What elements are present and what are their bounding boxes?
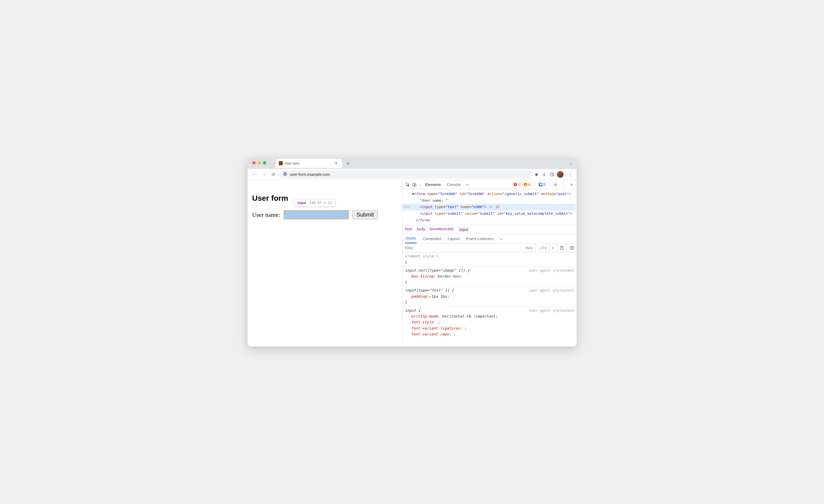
toggle-sidebar-icon[interactable]	[567, 243, 577, 252]
profile-avatar[interactable]	[557, 171, 563, 178]
rule-element-style[interactable]: element.style { }	[402, 252, 577, 266]
svg-point-6	[555, 184, 556, 185]
back-button[interactable]: ←	[250, 170, 259, 179]
address-bar[interactable]: user-form.example.com	[279, 170, 532, 179]
styles-subtabs: Styles Computed Layout Event Listeners »	[402, 234, 577, 243]
subtab-event-listeners[interactable]: Event Listeners	[466, 234, 494, 243]
crumb-input[interactable]: input	[458, 227, 470, 232]
inspect-element-icon[interactable]	[405, 182, 410, 187]
dom-form-close[interactable]: </form>	[402, 217, 576, 224]
inspect-tooltip: input 146.67 × 21	[294, 199, 336, 207]
tabstrip: User form ✕ ＋	[276, 158, 352, 169]
styles-filter-input[interactable]	[402, 243, 522, 252]
tooltip-tag: input	[298, 201, 306, 205]
minimize-window-icon[interactable]	[258, 161, 261, 165]
devtools-menu-icon[interactable]: ⋮	[559, 182, 568, 188]
dom-input-selected[interactable]: •••<input type="text" name="n300"> == $0	[402, 204, 576, 210]
toolbar: ← → ⟳ user-form.example.com ⋮	[247, 169, 577, 180]
cls-toggle[interactable]: .cls	[535, 243, 549, 252]
devtools-header: Elements Console » ✕1 ▲4 💬2 ⋮ ✕	[402, 180, 577, 189]
username-label: User name:	[252, 211, 280, 218]
content-area: User form input 146.67 × 21 User name: S…	[247, 180, 577, 346]
subtab-more[interactable]: »	[500, 234, 503, 243]
window-controls	[252, 161, 266, 165]
computed-styles-icon[interactable]	[557, 243, 567, 252]
subtab-computed[interactable]: Computed	[422, 234, 442, 243]
styles-toolbar: :hov .cls +	[402, 243, 577, 252]
browser-window: User form ✕ ＋ ⌄ ← → ⟳ user-form.example.…	[247, 158, 577, 346]
reload-button[interactable]: ⟳	[270, 170, 278, 179]
maximize-window-icon[interactable]	[263, 161, 266, 165]
rule-input-text[interactable]: input[type="text" i] {user agent stylesh…	[402, 286, 577, 307]
devtools-close-icon[interactable]: ✕	[569, 182, 574, 187]
svg-rect-1	[550, 173, 553, 176]
dom-text-node[interactable]: "User name: "	[402, 197, 576, 204]
rendered-page: User form input 146.67 × 21 User name: S…	[247, 180, 402, 346]
crumb-body[interactable]: body	[417, 227, 425, 232]
extensions-icon[interactable]	[534, 172, 539, 177]
titlebar: User form ✕ ＋ ⌄	[247, 158, 577, 169]
warning-badge[interactable]: ▲4	[523, 182, 531, 187]
hov-toggle[interactable]: :hov	[522, 243, 535, 252]
new-rule-button[interactable]: +	[549, 243, 557, 252]
sidepanel-icon[interactable]	[549, 172, 554, 177]
crumb-html[interactable]: html	[405, 227, 412, 232]
tab-console[interactable]: Console	[444, 181, 462, 188]
tab-title: User form	[285, 162, 331, 165]
new-tab-button[interactable]: ＋	[344, 160, 352, 167]
tabs-dropdown-icon[interactable]: ⌄	[570, 161, 573, 165]
rule-input[interactable]: input {user agent stylesheet writing-mod…	[402, 307, 577, 338]
issues-badge[interactable]: 💬2	[538, 182, 546, 187]
rule-input-not-image[interactable]: input:not([type="image" i]) {user agent …	[402, 267, 577, 287]
svg-rect-8	[570, 246, 573, 249]
device-toolbar-icon[interactable]	[412, 182, 417, 187]
devtools-settings-icon[interactable]	[553, 182, 558, 187]
devtools-panel: Elements Console » ✕1 ▲4 💬2 ⋮ ✕ ▼<form n…	[402, 180, 577, 346]
subtab-styles[interactable]: Styles	[405, 234, 417, 243]
crumb-form[interactable]: form#form300	[430, 227, 453, 232]
username-input[interactable]	[284, 210, 349, 219]
submit-button[interactable]: Submit	[352, 210, 378, 219]
dom-breadcrumbs: html body form#form300 input	[402, 225, 577, 234]
styles-rules[interactable]: element.style { } input:not([type="image…	[402, 252, 577, 346]
url-text: user-form.example.com	[290, 172, 330, 177]
toolbar-right: ⋮	[534, 171, 574, 178]
tab-more[interactable]: »	[464, 181, 470, 188]
dom-tree[interactable]: ▼<form name="form300" id="form300" actio…	[402, 189, 577, 225]
error-badge[interactable]: ✕1	[512, 182, 521, 187]
tab-elements[interactable]: Elements	[423, 181, 443, 188]
downloads-icon[interactable]	[542, 172, 547, 177]
subtab-layout[interactable]: Layout	[447, 234, 460, 243]
dom-input-submit[interactable]: <input type="submit" value="Submit" id="…	[402, 210, 576, 217]
browser-menu-icon[interactable]: ⋮	[566, 172, 574, 177]
user-form-row: input 146.67 × 21 User name: Submit	[252, 210, 398, 219]
browser-tab[interactable]: User form ✕	[276, 159, 342, 168]
favicon-icon	[279, 161, 283, 165]
dom-form-open[interactable]: ▼<form name="form300" id="form300" actio…	[402, 191, 576, 197]
forward-button[interactable]: →	[260, 170, 268, 179]
site-info-icon[interactable]	[283, 172, 287, 177]
tab-close-icon[interactable]: ✕	[333, 161, 339, 166]
tooltip-dimensions: 146.67 × 21	[309, 201, 332, 205]
close-window-icon[interactable]	[252, 161, 255, 165]
